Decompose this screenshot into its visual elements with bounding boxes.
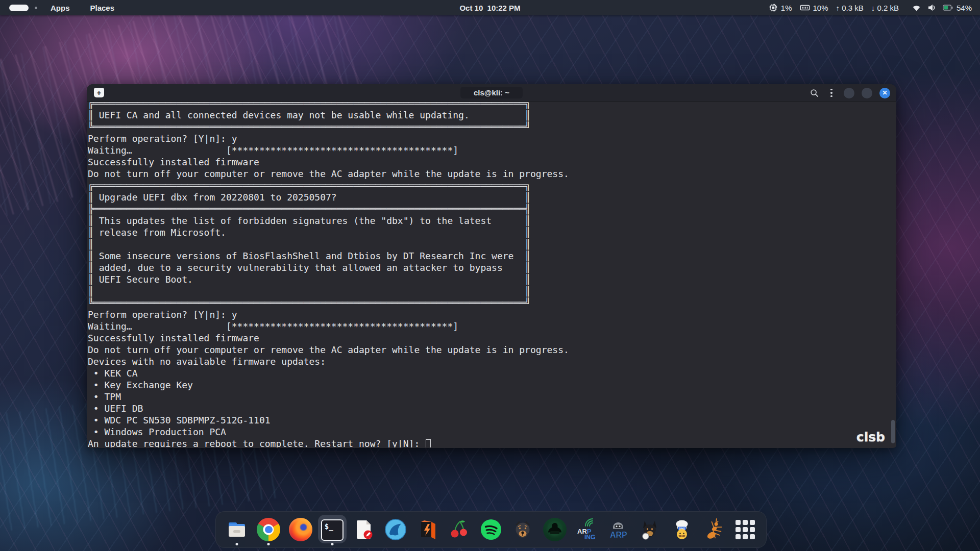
terminal-line: ║ ║ [88,238,896,250]
workspace-dot-icon [35,7,37,9]
terminal-line: Do not turn off your computer or remove … [88,344,896,356]
dock-item-spotify[interactable] [476,513,506,546]
menu-kebab-icon[interactable] [826,88,837,98]
titlebar-controls: ✕ [809,84,890,102]
terminal-line: Perform operation? [Y|n]: y [88,309,896,320]
terminal-window: + cls@kli: ~ ✕ ╔════════════════════════… [87,84,896,448]
battery-icon [943,4,953,11]
terminal-line: ╚═══════════════════════════════════════… [88,121,896,133]
dock-item-burpsuite[interactable] [413,513,443,546]
terminal-line: ║ This updates the list of forbidden sig… [88,215,896,227]
dock-item-rottweiler[interactable] [508,513,537,546]
net-up-indicator[interactable]: ↑ 0.3 kB [836,4,864,12]
terminal-line: • UEFI DB [88,403,896,414]
terminal-line: ╔═══════════════════════════════════════… [88,180,896,191]
battery-indicator: 54% [943,4,972,12]
clock[interactable]: Oct 10 10:22 PM [459,4,520,12]
burpsuite-icon [416,518,439,541]
memory-value: 10% [813,4,828,12]
dock-item-dnschef[interactable]: DNS [667,513,697,546]
cpu-indicator[interactable]: 1% [769,3,792,12]
terminal-line: ║ UEFI CA and all connected devices may … [88,109,896,121]
dock: $_ [215,511,767,548]
terminal-line: • Key Exchange Key [88,379,896,391]
terminal-line: Perform operation? [Y|n]: y [88,133,896,144]
terminal-content[interactable]: ╔═══════════════════════════════════════… [87,102,896,447]
apps-menu[interactable]: Apps [43,4,77,12]
ant-icon [702,518,725,541]
terminal-line: ╠═══════════════════════════════════════… [88,203,896,215]
svg-text:ING: ING [584,534,595,541]
terminal-line: • KEK CA [88,367,896,379]
panel-right-group: 1% 10% ↑ 0.3 kB ↓ 0.2 kB [769,3,980,12]
terminal-line: ║ added, due to a security vulnerability… [88,262,896,273]
terminal-line: • Windows Production PCA [88,426,896,438]
chrome-icon [257,518,280,541]
svg-text:ARP: ARP [610,531,627,539]
dock-item-terminal[interactable]: $_ [317,513,347,546]
terminal-line: Waiting… [******************************… [88,144,896,156]
terminal-line: Do not turn off your computer or remove … [88,168,896,180]
dock-item-hacker[interactable] [540,513,570,546]
rottweiler-dog-icon [511,518,534,541]
new-tab-icon[interactable]: + [94,88,104,97]
terminal-line: • WDC PC SN530 SDBPMPZ-512G-1101 [88,414,896,426]
wireshark-icon [384,518,407,541]
arp-robot-icon: ARP [606,518,630,541]
terminal-line: • TPM [88,391,896,403]
dock-item-text-editor[interactable] [349,513,379,546]
dnschef-icon: DNS [670,518,694,541]
places-menu[interactable]: Places [83,4,122,12]
distro-logo-pill-icon[interactable] [9,5,29,11]
window-title: cls@kli: ~ [460,87,523,98]
memory-indicator[interactable]: 10% [800,4,828,12]
dock-item-files[interactable] [222,513,252,546]
dock-item-cherrytree[interactable] [445,513,474,546]
dock-item-firefox[interactable] [286,513,315,546]
terminal-line: ╔═══════════════════════════════════════… [88,102,896,109]
terminal-output: ╔═══════════════════════════════════════… [87,102,896,447]
doberman-magnifier-icon [638,518,662,541]
firefox-icon [289,518,312,541]
arping-icon: ARP ING [575,518,598,541]
files-icon [225,518,249,541]
dock-item-chrome[interactable] [254,513,283,546]
close-button[interactable]: ✕ [879,88,890,98]
cpu-icon [769,3,778,12]
maximize-button[interactable] [862,88,872,98]
minimize-button[interactable] [844,88,854,98]
battery-value: 54% [957,4,972,12]
terminal-line: Devices with no available firmware updat… [88,356,896,367]
net-down-indicator[interactable]: ↓ 0.2 kB [871,4,899,12]
terminal-line: Waiting… [******************************… [88,320,896,332]
dock-item-doberman[interactable] [635,513,665,546]
dock-item-ant[interactable] [699,513,728,546]
top-panel: Apps Places Oct 10 10:22 PM 1% 10% ↑ 0.3… [0,0,980,15]
wifi-icon [912,4,921,12]
terminal-line: ║ Upgrade UEFI dbx from 20220801 to 2025… [88,191,896,203]
hacker-silhouette-icon [543,518,567,541]
terminal-scrollbar[interactable] [891,420,895,443]
terminal-icon: $_ [321,519,344,541]
terminal-line: ║ release from Microsoft. ║ [88,227,896,238]
terminal-line: An update requires a reboot to complete.… [88,438,896,447]
system-tray[interactable]: 54% [912,4,972,12]
terminal-line: ╚═══════════════════════════════════════… [88,297,896,309]
dock-item-arp-robot[interactable]: ARP [603,513,633,546]
cpu-value: 1% [781,4,792,12]
memory-icon [800,4,810,12]
volume-icon [927,4,937,12]
terminal-line: Successfully installed firmware [88,156,896,168]
dock-item-wireshark[interactable] [381,513,410,546]
text-editor-icon [352,518,376,541]
terminal-titlebar[interactable]: + cls@kli: ~ ✕ [87,84,896,102]
spotify-icon [479,518,503,541]
terminal-line: ║ UEFI Secure Boot. ║ [88,273,896,285]
dock-item-app-grid[interactable] [730,513,760,546]
search-icon[interactable] [809,88,819,98]
dock-item-arping[interactable]: ARP ING [572,513,601,546]
panel-left-group: Apps Places [0,4,121,12]
cherrytree-icon [448,518,471,541]
app-grid-icon [733,518,757,541]
terminal-line: ║ Some insecure versions of BiosFlashShe… [88,250,896,262]
